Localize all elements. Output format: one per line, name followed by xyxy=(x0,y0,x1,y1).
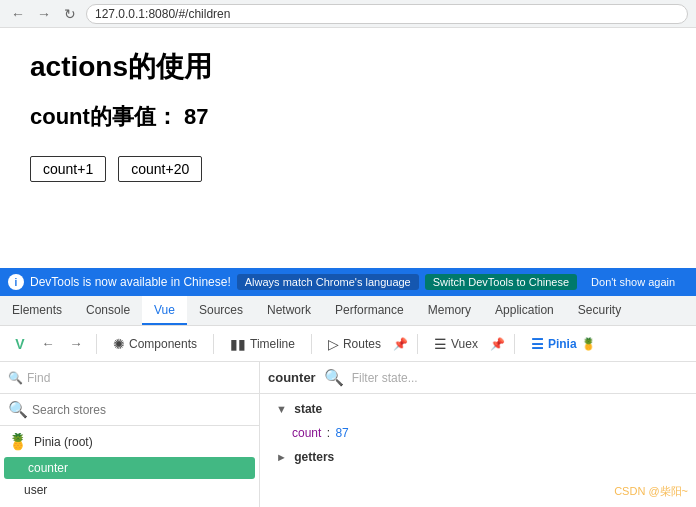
getters-arrow-icon: ► xyxy=(276,451,287,463)
getters-section: ► getters xyxy=(276,450,680,464)
dismiss-button[interactable]: Don't show again xyxy=(583,274,683,290)
divider-5 xyxy=(514,334,515,354)
panel-right-content: ▼ state count : 87 ► getters xyxy=(260,394,696,478)
state-count-value: 87 xyxy=(335,426,348,440)
devtools-panel: 🔍 Find 🔍 🍍 Pinia (root) counter user cou… xyxy=(0,362,696,507)
vuex-label: Vuex xyxy=(451,337,478,351)
notification-text: DevTools is now available in Chinese! xyxy=(30,275,231,289)
pinia-label: Pinia xyxy=(548,337,577,351)
pinia-root-emoji: 🍍 xyxy=(8,432,28,451)
routes-pin: 📌 xyxy=(393,336,409,352)
vue-back-button[interactable]: ← xyxy=(36,332,60,356)
divider-4 xyxy=(417,334,418,354)
match-language-button[interactable]: Always match Chrome's language xyxy=(237,274,419,290)
store-item-counter[interactable]: counter xyxy=(4,457,255,479)
components-label: Components xyxy=(129,337,197,351)
divider-2 xyxy=(213,334,214,354)
tab-security[interactable]: Security xyxy=(566,296,633,325)
state-label: state xyxy=(294,402,322,416)
pinia-icon: ☰ xyxy=(531,336,544,352)
counter-store-label: counter xyxy=(268,370,316,385)
routes-icon: ▷ xyxy=(328,336,339,352)
routes-button[interactable]: ▷ Routes xyxy=(320,334,389,354)
page-title: actions的使用 xyxy=(30,48,666,86)
count-plus-1-button[interactable]: count+1 xyxy=(30,156,106,182)
devtools-tabs: Elements Console Vue Sources Network Per… xyxy=(0,296,696,326)
browser-bar: ← → ↻ xyxy=(0,0,696,28)
search-icon: 🔍 xyxy=(8,400,28,419)
forward-button[interactable]: → xyxy=(34,4,54,24)
state-count-key: count xyxy=(292,426,321,440)
tab-vue[interactable]: Vue xyxy=(142,296,187,325)
timeline-icon: ▮▮ xyxy=(230,336,246,352)
address-bar[interactable] xyxy=(86,4,688,24)
tab-performance[interactable]: Performance xyxy=(323,296,416,325)
components-button[interactable]: ✺ Components xyxy=(105,334,205,354)
tab-security-label: Security xyxy=(578,303,621,317)
search-bar[interactable]: 🔍 xyxy=(0,394,259,426)
tab-vue-label: Vue xyxy=(154,303,175,317)
vue-toolbar: V ← → ✺ Components ▮▮ Timeline ▷ Routes … xyxy=(0,326,696,362)
tab-network-label: Network xyxy=(267,303,311,317)
timeline-label: Timeline xyxy=(250,337,295,351)
tab-console[interactable]: Console xyxy=(74,296,142,325)
vuex-button[interactable]: ☰ Vuex xyxy=(426,334,486,354)
timeline-button[interactable]: ▮▮ Timeline xyxy=(222,334,303,354)
devtools-notification: i DevTools is now available in Chinese! … xyxy=(0,268,696,296)
store-item-user[interactable]: user xyxy=(0,479,259,501)
vuex-icon: ☰ xyxy=(434,336,447,352)
pinia-root-label: Pinia (root) xyxy=(34,435,93,449)
tab-elements[interactable]: Elements xyxy=(0,296,74,325)
tab-sources-label: Sources xyxy=(199,303,243,317)
reload-button[interactable]: ↻ xyxy=(60,4,80,24)
info-icon: i xyxy=(8,274,24,290)
tab-elements-label: Elements xyxy=(12,303,62,317)
panel-left: 🔍 Find 🔍 🍍 Pinia (root) counter user xyxy=(0,362,260,507)
pinia-root-item: 🍍 Pinia (root) xyxy=(0,426,259,457)
components-icon: ✺ xyxy=(113,336,125,352)
count-value: 87 xyxy=(184,104,208,129)
state-arrow-icon: ▼ xyxy=(276,403,287,415)
watermark: CSDN @柴阳~ xyxy=(614,484,688,499)
tab-memory-label: Memory xyxy=(428,303,471,317)
page-content: actions的使用 count的事值： 87 count+1 count+20 xyxy=(0,28,696,268)
state-section: ▼ state xyxy=(276,402,680,416)
state-count-row: count : 87 xyxy=(276,422,680,444)
divider-1 xyxy=(96,334,97,354)
panel-right-header: counter 🔍 Filter state... xyxy=(260,362,696,394)
state-colon: : xyxy=(327,426,330,440)
divider-3 xyxy=(311,334,312,354)
tab-application-label: Application xyxy=(495,303,554,317)
back-button[interactable]: ← xyxy=(8,4,28,24)
find-icon: 🔍 xyxy=(8,371,23,385)
tab-console-label: Console xyxy=(86,303,130,317)
count-display: count的事值： 87 xyxy=(30,102,666,132)
tab-application[interactable]: Application xyxy=(483,296,566,325)
store-user-label: user xyxy=(24,483,47,497)
filter-state-input[interactable]: Filter state... xyxy=(352,371,418,385)
pinia-emoji: 🍍 xyxy=(581,337,596,351)
routes-label: Routes xyxy=(343,337,381,351)
tab-memory[interactable]: Memory xyxy=(416,296,483,325)
find-label: Find xyxy=(27,371,50,385)
tab-sources[interactable]: Sources xyxy=(187,296,255,325)
vuex-pin: 📌 xyxy=(490,336,506,352)
button-row: count+1 count+20 xyxy=(30,156,666,182)
find-bar: 🔍 Find xyxy=(0,362,259,394)
getters-label: getters xyxy=(294,450,334,464)
tab-performance-label: Performance xyxy=(335,303,404,317)
count-label: count的事值： xyxy=(30,104,178,129)
switch-chinese-button[interactable]: Switch DevTools to Chinese xyxy=(425,274,577,290)
vue-logo-text: V xyxy=(15,336,24,352)
search-stores-input[interactable] xyxy=(32,403,251,417)
vue-logo: V xyxy=(8,332,32,356)
pinia-button[interactable]: ☰ Pinia 🍍 xyxy=(523,334,604,354)
filter-search-icon: 🔍 xyxy=(324,368,344,387)
vue-forward-button[interactable]: → xyxy=(64,332,88,356)
tab-network[interactable]: Network xyxy=(255,296,323,325)
store-counter-label: counter xyxy=(28,461,68,475)
count-plus-20-button[interactable]: count+20 xyxy=(118,156,202,182)
